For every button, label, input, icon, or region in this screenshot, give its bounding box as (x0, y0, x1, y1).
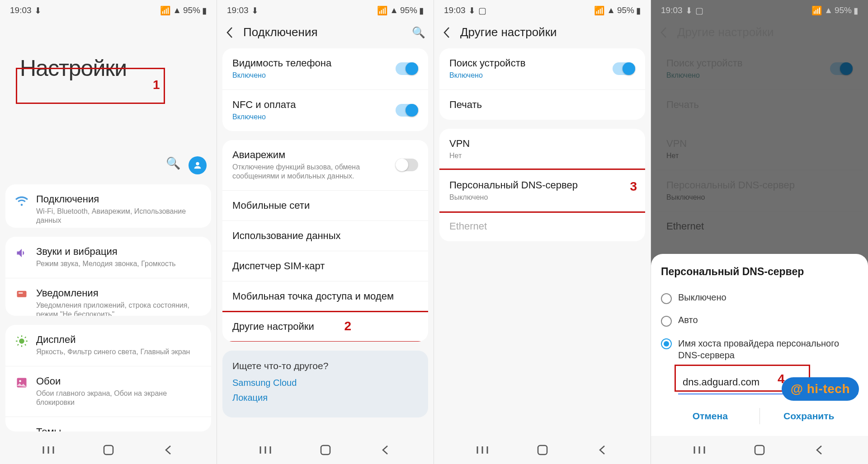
themes-icon (15, 427, 28, 431)
save-button[interactable]: Сохранить (760, 404, 859, 428)
item-subtitle: Включено (232, 71, 418, 80)
item-subtitle: Яркость, Фильтр синего света, Главный эк… (36, 347, 190, 357)
item-title: VPN (666, 138, 853, 150)
home-button[interactable] (536, 443, 549, 457)
back-icon[interactable] (659, 26, 669, 39)
search-icon[interactable]: 🔍 (412, 26, 425, 39)
radio-icon (661, 338, 672, 349)
notification-icon (15, 288, 28, 301)
avatar[interactable] (189, 156, 207, 174)
item-private-dns[interactable]: Персональный DNS-сервер Выключено 3 (439, 170, 645, 212)
navigation-bar (651, 436, 868, 464)
item-themes[interactable]: Темы (5, 417, 211, 431)
toggle-switch[interactable] (396, 62, 418, 75)
item-nfc[interactable]: NFC и оплата Включено (222, 90, 428, 131)
more-group-1-dimmed: Поиск устройств Включено Печать (656, 48, 863, 120)
item-title: Печать (449, 99, 635, 111)
download-icon: ⬇ (34, 5, 42, 16)
status-time: 19:03 (227, 5, 249, 15)
radio-icon (661, 293, 672, 304)
item-subtitle: Выключено (449, 193, 635, 202)
private-dns-dialog: Персональный DNS-сервер Выключено Авто И… (651, 254, 868, 436)
page-title: Подключения (243, 25, 404, 39)
radio-off[interactable]: Выключено (661, 287, 858, 309)
download-icon: ⬇ (685, 5, 693, 16)
back-button[interactable] (379, 443, 392, 457)
image-icon: ▢ (478, 5, 486, 16)
item-vpn[interactable]: VPN Нет (439, 129, 645, 170)
item-notifications[interactable]: Уведомления Уведомления приложений, стро… (5, 278, 211, 316)
signal-icon: ▲ (607, 5, 615, 15)
item-vpn: VPN Нет (656, 129, 863, 170)
search-icon[interactable]: 🔍 (166, 156, 180, 174)
item-hotspot[interactable]: Мобильная точка доступа и модем (222, 281, 428, 312)
recents-button[interactable] (476, 443, 489, 457)
back-button[interactable] (813, 443, 826, 457)
item-title: Персональный DNS-сервер (449, 179, 635, 191)
item-title: Подключения (36, 193, 201, 205)
item-wallpaper[interactable]: Обои Обои главного экрана, Обои на экран… (5, 366, 211, 417)
item-title: NFC и оплата (232, 99, 418, 111)
screen-dns-dialog: 19:03 ⬇ ▢ 📶 ▲ 95% ▮ Другие настройки Пои… (651, 0, 868, 464)
svg-rect-29 (755, 445, 764, 455)
download-icon: ⬇ (251, 5, 259, 16)
hint-link-samsung-cloud[interactable]: Samsung Cloud (232, 378, 418, 388)
item-subtitle: Уведомления приложений, строка состояния… (36, 301, 201, 316)
display-icon (15, 335, 28, 347)
cancel-button[interactable]: Отмена (661, 404, 760, 428)
image-icon: ▢ (695, 5, 703, 16)
battery-icon: ▮ (636, 5, 641, 16)
recents-button[interactable] (693, 443, 706, 457)
item-connections[interactable]: Подключения Wi-Fi, Bluetooth, Авиарежим,… (5, 184, 211, 228)
back-button[interactable] (596, 443, 609, 457)
radio-hostname[interactable]: Имя хоста провайдера персонального DNS-с… (661, 332, 858, 366)
status-bar: 19:03 ⬇ ▢ 📶 ▲ 95% ▮ (651, 0, 868, 21)
svg-rect-17 (104, 445, 113, 455)
item-airplane[interactable]: Авиарежим Отключение функций вызова, обм… (222, 140, 428, 191)
item-mobile-networks[interactable]: Мобильные сети (222, 191, 428, 221)
step-number: 1 (153, 78, 160, 92)
item-more-connections[interactable]: Другие настройки 2 (222, 312, 428, 342)
recents-button[interactable] (259, 443, 272, 457)
toggle-switch[interactable] (396, 104, 418, 117)
radio-label: Имя хоста провайдера персонального DNS-с… (678, 337, 858, 361)
item-title: Уведомления (36, 287, 201, 299)
item-phone-visibility[interactable]: Видимость телефона Включено (222, 48, 428, 90)
recents-button[interactable] (42, 443, 55, 457)
battery-text: 95% (183, 5, 200, 15)
settings-group-2: Звуки и вибрация Режим звука, Мелодия зв… (5, 237, 211, 316)
item-title: Ethernet (666, 220, 853, 232)
signal-icon: ▲ (390, 5, 398, 15)
radio-auto[interactable]: Авто (661, 309, 858, 332)
item-display[interactable]: Дисплей Яркость, Фильтр синего света, Гл… (5, 325, 211, 366)
toggle-switch[interactable] (396, 159, 418, 171)
back-icon[interactable] (225, 26, 235, 39)
battery-icon: ▮ (854, 5, 858, 16)
item-print[interactable]: Печать (439, 90, 645, 120)
svg-point-3 (19, 338, 24, 344)
home-button[interactable] (102, 443, 115, 457)
item-data-usage[interactable]: Использование данных (222, 221, 428, 251)
radio-label: Авто (678, 315, 698, 325)
page-title: Настройки (20, 55, 198, 81)
item-title: Дисплей (36, 334, 190, 346)
item-subtitle: Нет (449, 151, 635, 161)
toggle-switch[interactable] (613, 62, 635, 75)
item-subtitle: Включено (232, 112, 418, 122)
status-time: 19:03 (444, 5, 466, 15)
back-icon[interactable] (442, 26, 452, 39)
item-ethernet: Ethernet (656, 211, 863, 241)
item-sounds[interactable]: Звуки и вибрация Режим звука, Мелодия зв… (5, 237, 211, 278)
item-sim-manager[interactable]: Диспетчер SIM-карт (222, 251, 428, 281)
hint-link-location[interactable]: Локация (232, 393, 418, 403)
item-device-search[interactable]: Поиск устройств Включено (439, 48, 645, 90)
home-button[interactable] (753, 443, 766, 457)
item-title: Видимость телефона (232, 57, 418, 69)
connections-group-2: Авиарежим Отключение функций вызова, обм… (222, 140, 428, 342)
back-button[interactable] (162, 443, 175, 457)
home-button[interactable] (319, 443, 332, 457)
download-icon: ⬇ (468, 5, 476, 16)
navigation-bar (0, 436, 217, 464)
settings-group-3: Дисплей Яркость, Фильтр синего света, Гл… (5, 325, 211, 431)
item-subtitle: Нет (666, 151, 853, 161)
